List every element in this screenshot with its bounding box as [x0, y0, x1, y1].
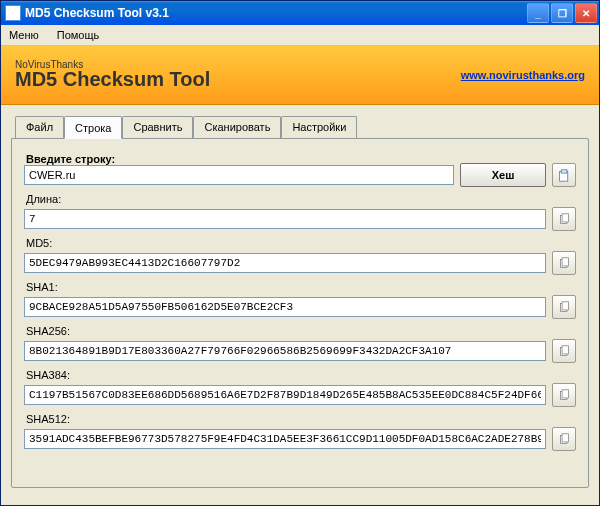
output-length[interactable] — [24, 209, 546, 229]
copy-icon — [558, 301, 571, 314]
menu-help[interactable]: Помощь — [53, 27, 104, 43]
output-sha1[interactable] — [24, 297, 546, 317]
maximize-button[interactable]: ❐ — [551, 3, 573, 23]
label-md5: MD5: — [26, 237, 576, 249]
label-sha1: SHA1: — [26, 281, 576, 293]
menubar: Меню Помощь — [1, 25, 599, 46]
hash-button[interactable]: Хеш — [460, 163, 546, 187]
tab-scan[interactable]: Сканировать — [193, 116, 281, 139]
app-window: MD5 Checksum Tool v3.1 _ ❐ ✕ Меню Помощь… — [0, 0, 600, 506]
copy-icon — [558, 433, 571, 446]
copy-icon — [558, 257, 571, 270]
label-length: Длина: — [26, 193, 576, 205]
copy-icon — [558, 345, 571, 358]
output-sha384[interactable] — [24, 385, 546, 405]
tabstrip: Файл Строка Сравнить Сканировать Настрой… — [15, 115, 589, 138]
tab-compare[interactable]: Сравнить — [122, 116, 193, 139]
copy-sha1[interactable] — [552, 295, 576, 319]
svg-rect-11 — [562, 389, 569, 397]
clear-button[interactable] — [552, 163, 576, 187]
clear-icon — [558, 169, 571, 182]
svg-rect-5 — [562, 257, 569, 265]
tab-string[interactable]: Строка — [64, 116, 122, 139]
output-sha512[interactable] — [24, 429, 546, 449]
minimize-button[interactable]: _ — [527, 3, 549, 23]
content: Файл Строка Сравнить Сканировать Настрой… — [1, 105, 599, 505]
copy-icon — [558, 213, 571, 226]
copy-sha384[interactable] — [552, 383, 576, 407]
copy-md5[interactable] — [552, 251, 576, 275]
copy-length[interactable] — [552, 207, 576, 231]
tab-settings[interactable]: Настройки — [281, 116, 357, 139]
window-title: MD5 Checksum Tool v3.1 — [25, 6, 527, 20]
close-button[interactable]: ✕ — [575, 3, 597, 23]
svg-rect-1 — [561, 169, 567, 172]
output-sha256[interactable] — [24, 341, 546, 361]
label-sha256: SHA256: — [26, 325, 576, 337]
tab-file[interactable]: Файл — [15, 116, 64, 139]
copy-sha256[interactable] — [552, 339, 576, 363]
titlebar: MD5 Checksum Tool v3.1 _ ❐ ✕ — [1, 1, 599, 25]
tab-panel-string: Введите строку: Хеш Длина: MD5: — [11, 138, 589, 488]
svg-rect-9 — [562, 345, 569, 353]
copy-icon — [558, 389, 571, 402]
output-md5[interactable] — [24, 253, 546, 273]
svg-rect-13 — [562, 433, 569, 441]
input-row: Хеш — [24, 163, 576, 187]
banner-link[interactable]: www.novirusthanks.org — [461, 69, 585, 81]
window-controls: _ ❐ ✕ — [527, 3, 597, 23]
banner-title-group: NoVirusThanks MD5 Checksum Tool — [15, 59, 210, 91]
copy-sha512[interactable] — [552, 427, 576, 451]
banner-title: MD5 Checksum Tool — [15, 68, 210, 91]
string-input[interactable] — [24, 165, 454, 185]
svg-rect-7 — [562, 301, 569, 309]
label-sha512: SHA512: — [26, 413, 576, 425]
banner: NoVirusThanks MD5 Checksum Tool www.novi… — [1, 46, 599, 105]
menu-main[interactable]: Меню — [5, 27, 43, 43]
app-icon — [5, 5, 21, 21]
svg-rect-3 — [562, 213, 569, 221]
label-sha384: SHA384: — [26, 369, 576, 381]
